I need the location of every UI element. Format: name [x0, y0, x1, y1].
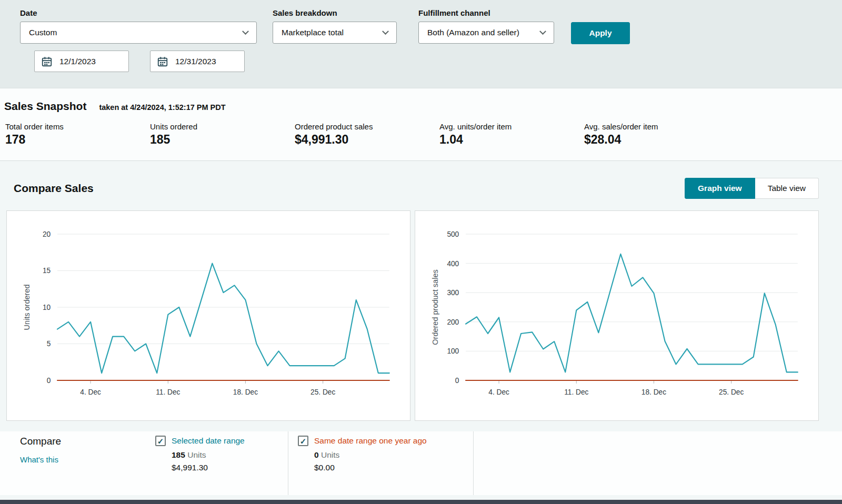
sales-snapshot-title: Sales Snapshot: [4, 100, 86, 113]
legend-item-head: Selected date range: [155, 436, 288, 446]
start-date-input[interactable]: 12/1/2023: [34, 51, 129, 72]
svg-text:20: 20: [43, 230, 51, 238]
legend-item-label: Selected date range: [172, 436, 245, 446]
calendar-icon: [157, 56, 168, 67]
metric-value: $4,991.30: [295, 133, 439, 147]
units-word: Units: [321, 450, 339, 459]
chevron-down-icon: [539, 28, 546, 35]
units-ordered-chart[interactable]: 051015204. Dec11. Dec18. Dec25. DecUnits…: [7, 211, 410, 420]
sales-snapshot-section: Sales Snapshot taken at 4/24/2024, 1:52:…: [0, 88, 842, 161]
units-value: 185: [172, 450, 185, 459]
metric-total-order-items: Total order items 178: [5, 122, 150, 147]
metric-value: 185: [150, 133, 295, 147]
legend-item-sales: $0.00: [314, 463, 473, 472]
compare-sales-header: Compare Sales Graph view Table view: [0, 161, 842, 199]
metric-label: Avg. sales/order item: [584, 122, 729, 131]
apply-button[interactable]: Apply: [571, 22, 630, 44]
date-range-selected-value: Custom: [29, 28, 57, 37]
metric-label: Total order items: [5, 122, 150, 131]
sales-breakdown-select[interactable]: Marketplace total: [273, 22, 397, 44]
metric-units-ordered: Units ordered 185: [150, 122, 295, 147]
apply-group: Apply: [571, 8, 630, 44]
metric-value: 1.04: [439, 133, 584, 147]
date-range-select[interactable]: Custom: [20, 22, 257, 44]
ordered-product-sales-chart-panel: 01002003004005004. Dec11. Dec18. Dec25. …: [415, 210, 819, 421]
snapshot-metrics-row: Total order items 178 Units ordered 185 …: [0, 119, 842, 160]
sales-dashboard-page: Date Custom: [0, 0, 842, 499]
whats-this-link[interactable]: What's this: [20, 455, 58, 464]
legend-item-units: 185 Units: [172, 450, 288, 460]
svg-text:Units ordered: Units ordered: [23, 284, 31, 330]
date-filter-label: Date: [20, 8, 257, 17]
units-ordered-chart-panel: 051015204. Dec11. Dec18. Dec25. DecUnits…: [6, 210, 410, 421]
legend-item-label: Same date range one year ago: [314, 436, 427, 446]
svg-text:11. Dec: 11. Dec: [564, 388, 588, 396]
bottom-section-edge: [0, 500, 842, 504]
metric-label: Avg. units/order item: [439, 122, 584, 131]
graph-view-button[interactable]: Graph view: [685, 178, 755, 199]
calendar-icon: [41, 56, 53, 67]
svg-text:4. Dec: 4. Dec: [80, 388, 101, 396]
svg-text:100: 100: [447, 347, 459, 355]
metric-value: $28.04: [584, 133, 729, 147]
svg-text:200: 200: [447, 318, 459, 326]
svg-text:500: 500: [447, 230, 459, 238]
compare-sales-title: Compare Sales: [14, 182, 94, 195]
date-filter-group: Date Custom: [20, 8, 257, 72]
table-view-button[interactable]: Table view: [755, 178, 819, 199]
svg-text:18. Dec: 18. Dec: [233, 388, 258, 396]
legend-item-units: 0 Units: [314, 450, 473, 460]
svg-text:15: 15: [43, 266, 51, 275]
compare-legend-row: Compare What's this Selected date range …: [0, 431, 842, 495]
year-ago-checkbox[interactable]: [298, 436, 308, 446]
sales-breakdown-group: Sales breakdown Marketplace total: [273, 8, 397, 44]
metric-ordered-product-sales: Ordered product sales $4,991.30: [295, 122, 439, 147]
svg-text:10: 10: [43, 303, 51, 311]
fulfillment-channel-select[interactable]: Both (Amazon and seller): [418, 22, 554, 44]
ordered-product-sales-chart[interactable]: 01002003004005004. Dec11. Dec18. Dec25. …: [415, 211, 818, 420]
selected-date-range-checkbox[interactable]: [155, 436, 166, 446]
start-date-value: 12/1/2023: [59, 57, 96, 66]
end-date-input[interactable]: 12/31/2023: [150, 51, 245, 72]
svg-text:0: 0: [47, 376, 51, 385]
fulfillment-channel-group: Fulfillment channel Both (Amazon and sel…: [418, 8, 554, 44]
metric-label: Ordered product sales: [295, 122, 439, 131]
svg-text:4. Dec: 4. Dec: [488, 388, 509, 396]
sales-snapshot-header: Sales Snapshot taken at 4/24/2024, 1:52:…: [0, 88, 842, 119]
metric-avg-units-order-item: Avg. units/order item 1.04: [439, 122, 584, 147]
charts-row: 051015204. Dec11. Dec18. Dec25. DecUnits…: [0, 199, 842, 421]
svg-text:0: 0: [455, 376, 459, 385]
svg-text:25. Dec: 25. Dec: [310, 388, 335, 396]
svg-text:300: 300: [447, 288, 459, 297]
custom-date-inputs: 12/1/2023: [20, 51, 257, 72]
svg-text:5: 5: [47, 339, 51, 348]
snapshot-timestamp: taken at 4/24/2024, 1:52:17 PM PDT: [99, 103, 225, 112]
units-value: 0: [314, 450, 319, 459]
fulfillment-channel-label: Fulfillment channel: [418, 8, 554, 17]
selected-date-range-legend-item: Selected date range 185 Units $4,991.30: [150, 431, 288, 495]
svg-text:25. Dec: 25. Dec: [719, 388, 744, 396]
end-date-value: 12/31/2023: [175, 57, 216, 66]
compare-sales-section: Compare Sales Graph view Table view 0510…: [0, 161, 842, 499]
metric-value: 178: [5, 133, 150, 147]
sales-breakdown-label: Sales breakdown: [273, 8, 397, 17]
svg-text:18. Dec: 18. Dec: [641, 388, 666, 396]
filter-bar: Date Custom: [0, 0, 842, 88]
compare-title: Compare: [20, 436, 150, 447]
metric-label: Units ordered: [150, 122, 295, 131]
compare-legend-intro: Compare What's this: [20, 431, 150, 495]
fulfillment-channel-selected-value: Both (Amazon and seller): [427, 28, 519, 37]
svg-text:11. Dec: 11. Dec: [156, 388, 180, 396]
svg-text:400: 400: [447, 259, 459, 267]
metric-avg-sales-order-item: Avg. sales/order item $28.04: [584, 122, 729, 147]
view-toggle: Graph view Table view: [685, 178, 819, 199]
svg-text:Ordered product sales: Ordered product sales: [431, 269, 439, 345]
chevron-down-icon: [242, 28, 249, 35]
legend-item-sales: $4,991.30: [172, 463, 288, 472]
legend-item-head: Same date range one year ago: [298, 436, 473, 446]
year-ago-legend-item: Same date range one year ago 0 Units $0.…: [288, 431, 474, 495]
sales-breakdown-selected-value: Marketplace total: [282, 28, 344, 37]
chevron-down-icon: [382, 28, 389, 35]
units-word: Units: [187, 450, 206, 459]
